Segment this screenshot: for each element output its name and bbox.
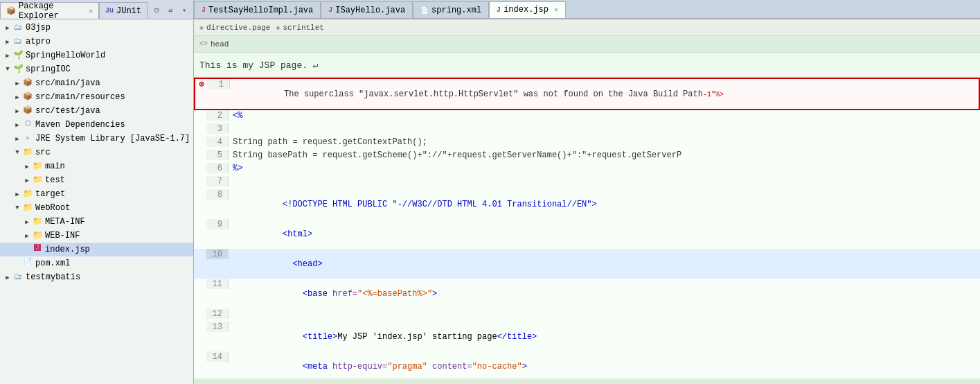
tree-item-testmybatis[interactable]: ▶ 🗂 testmybatis: [0, 270, 193, 284]
package-icon-src-main-resources: 📦: [22, 91, 33, 103]
tree-arrow-test: ▶: [22, 177, 32, 184]
line-code-9: <html>: [229, 219, 980, 249]
code-java-4: String path = request.getContextPath();: [233, 137, 427, 147]
line-number-2: 2: [206, 110, 229, 121]
tree-item-index-jsp[interactable]: 🅹 index.jsp: [0, 243, 193, 256]
tree-label-WebRoot: WebRoot: [35, 203, 70, 213]
code-line-12: 12: [194, 308, 980, 322]
breadcrumb-directive[interactable]: directive.page: [206, 24, 270, 32]
link-editor-button[interactable]: ⇄: [164, 4, 177, 17]
tree-label-main: main: [45, 162, 65, 171]
tab-package-explorer[interactable]: 📦 Package Explorer ✕: [0, 2, 99, 19]
code-line-11: 11 <base href="<%=basePath%>">: [194, 279, 980, 308]
tree-arrow-main: ▶: [22, 163, 32, 171]
line-code-11: <base href="<%=basePath%>">: [229, 279, 980, 308]
line-number-5: 5: [206, 150, 229, 160]
line-number-9: 9: [206, 219, 229, 229]
code-line-4: 4 String path = request.getContextPath()…: [194, 137, 980, 150]
tree-item-main[interactable]: ▶ 📁 main: [0, 159, 193, 173]
tree-item-src-main-java[interactable]: ▶ 📦 src/main/java: [0, 76, 193, 90]
tree-label-src-main-java: src/main/java: [35, 78, 100, 88]
package-icon-src-main-java: 📦: [22, 78, 33, 89]
tree-item-src[interactable]: ▼ 📁 src: [0, 146, 193, 159]
line-number-14: 14: [206, 351, 229, 362]
line-code-1: The superclass "javax.servlet.http.HttpS…: [230, 79, 979, 109]
jsp-icon-tab: J: [497, 6, 501, 14]
tree-item-src-test-java[interactable]: ▶ 📦 src/test/java: [0, 104, 193, 118]
head-breadcrumb-bar: <> head: [194, 36, 980, 53]
java-icon-ISayHello: J: [328, 6, 332, 14]
line-code-6: %>: [229, 163, 980, 173]
line-number-3: 3: [206, 123, 229, 134]
code-line-6: 6 %>: [194, 163, 980, 176]
tab-TestSayHelloImpl[interactable]: J TestSayHelloImpl.java: [194, 1, 321, 18]
jsp-page-text: This is my JSP page. ↵: [199, 60, 319, 71]
tree-item-SpringHelloWorld[interactable]: ▶ 🌱 SpringHelloWorld: [0, 49, 193, 62]
tree-label-testmybatis: testmybatis: [26, 272, 80, 282]
tree-item-03jsp[interactable]: ▶ 🗂 03jsp: [0, 21, 193, 35]
tree-label-SpringHelloWorld: SpringHelloWorld: [26, 51, 105, 60]
tree-item-jre[interactable]: ▶ ☕ JRE System Library [JavaSE-1.7]: [0, 132, 193, 146]
line-gutter-1: ⊗: [195, 79, 208, 89]
tree-arrow-src-main-resources: ▶: [12, 94, 22, 101]
code-line-5: 5 String basePath = request.getScheme()+…: [194, 150, 980, 163]
code-tag-head: <head>: [283, 259, 323, 269]
package-explorer-icon: 📦: [6, 6, 16, 15]
tree-item-maven-deps[interactable]: ▶ ⬡ Maven Dependencies: [0, 118, 193, 132]
tab-ISayHello[interactable]: J ISayHello.java: [321, 1, 413, 18]
tree-item-atpro[interactable]: ▶ 🗂 atpro: [0, 35, 193, 49]
tree-arrow-WEB-INF: ▶: [22, 232, 32, 240]
code-tag-meta1-close: >: [522, 362, 527, 372]
tree-label-src: src: [35, 148, 51, 157]
tab-index-jsp-close[interactable]: ✕: [554, 6, 558, 14]
tab-index-jsp[interactable]: J index.jsp ✕: [489, 1, 566, 18]
line-number-10: 10: [206, 249, 229, 259]
line-number-13: 13: [206, 322, 229, 332]
folder-icon-main: 📁: [32, 161, 43, 172]
line-number-6: 6: [206, 163, 229, 173]
folder-icon-WEB-INF: 📁: [32, 230, 43, 241]
tree-label-src-test-java: src/test/java: [35, 106, 100, 116]
head-bracket-icon: <>: [199, 40, 208, 48]
code-doctype-8: <!DOCTYPE HTML PUBLIC "-//W3C//DTD HTML …: [283, 200, 597, 209]
tree-label-atpro: atpro: [26, 37, 51, 46]
tree-label-03jsp: 03jsp: [26, 23, 51, 33]
collapse-all-button[interactable]: ⊟: [150, 4, 163, 17]
tree-arrow-target: ▶: [12, 191, 22, 198]
tree-item-META-INF[interactable]: ▶ 📁 META-INF: [0, 215, 193, 229]
tree-item-WebRoot[interactable]: ▼ 📁 WebRoot: [0, 201, 193, 215]
tree-label-META-INF: META-INF: [45, 217, 85, 227]
line-code-7: [229, 176, 980, 186]
code-attr-href: href=: [332, 289, 357, 299]
breadcrumb-scrintlet[interactable]: scrintlet: [283, 24, 323, 32]
junit-icon: Ju: [105, 7, 114, 15]
tree-item-src-main-resources[interactable]: ▶ 📦 src/main/resources: [0, 90, 193, 104]
code-editor[interactable]: ⊗ 1 The superclass "javax.servlet.http.H…: [194, 78, 980, 378]
breadcrumb-head[interactable]: head: [211, 40, 229, 49]
tree-item-WEB-INF[interactable]: ▶ 📁 WEB-INF: [0, 229, 193, 243]
xml-icon-spring: 📄: [420, 6, 429, 15]
tree-arrow-WebRoot: ▼: [12, 204, 22, 211]
line-number-1: 1: [208, 79, 230, 89]
breadcrumb-scrintlet-icon: ◈: [276, 24, 280, 32]
tab-package-explorer-close[interactable]: ✕: [89, 7, 93, 15]
view-menu-button[interactable]: ▾: [178, 4, 190, 17]
code-attr-meta1-equiv: http-equiv=: [332, 362, 387, 372]
tree-item-pom-xml[interactable]: 📄 pom.xml: [0, 256, 193, 270]
tab-junit[interactable]: Ju JUnit: [99, 2, 148, 19]
tab-spring-xml[interactable]: 📄 spring.xml: [413, 1, 489, 18]
tree-item-test[interactable]: ▶ 📁 test: [0, 173, 193, 187]
tree-arrow-jre: ▶: [12, 135, 22, 143]
horizontal-scrollbar[interactable]: [194, 378, 980, 384]
line-code-2: <%: [229, 110, 980, 121]
line-code-4: String path = request.getContextPath();: [229, 137, 980, 147]
code-line-9: 9 <html>: [194, 219, 980, 249]
code-line-8: 8 <!DOCTYPE HTML PUBLIC "-//W3C//DTD HTM…: [194, 189, 980, 219]
line-code-5: String basePath = request.getScheme()+":…: [229, 150, 980, 160]
left-toolbar: ⊟ ⇄ ▾: [148, 2, 193, 19]
tree-item-springIOC[interactable]: ▼ 🌱 springIOC: [0, 62, 193, 76]
tree-item-target[interactable]: ▶ 📁 target: [0, 187, 193, 201]
code-line-3: 3: [194, 123, 980, 137]
tree-label-jre: JRE System Library [JavaSE-1.7]: [35, 134, 190, 143]
java-icon-TestSayHelloImpl: J: [202, 6, 206, 14]
